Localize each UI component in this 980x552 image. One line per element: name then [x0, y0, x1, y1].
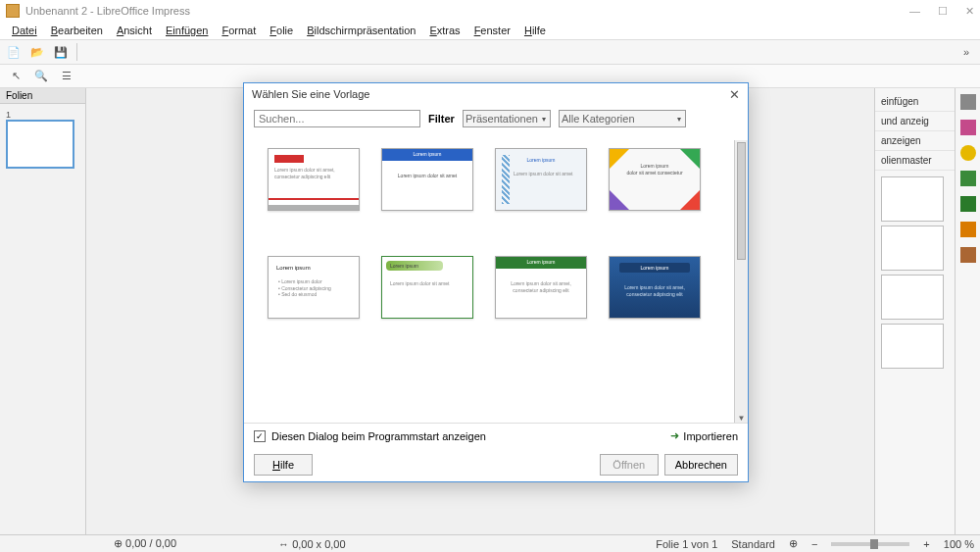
- menu-bar: Datei Bearbeiten Ansicht Einfügen Format…: [0, 22, 980, 39]
- show-on-start-checkbox[interactable]: ✓: [254, 430, 266, 442]
- transition-icon[interactable]: [960, 247, 976, 263]
- menu-einfuegen[interactable]: Einfügen: [160, 24, 214, 37]
- slide-thumbnail[interactable]: 1: [6, 110, 79, 169]
- template-thumbnail[interactable]: Lorem ipsum Lorem ipsum dolor sit amet: [381, 256, 473, 319]
- gallery-icon[interactable]: [960, 120, 976, 135]
- open-button[interactable]: Öffnen: [600, 454, 659, 476]
- new-doc-icon[interactable]: 📄: [4, 42, 24, 62]
- dialog-title: Wählen Sie eine Vorlage: [252, 88, 369, 100]
- menu-bearbeiten[interactable]: Bearbeiten: [45, 24, 109, 37]
- title-bar: Unbenannt 2 - LibreOffice Impress — ☐ ✕: [0, 0, 980, 22]
- dialog-options-row: ✓ Diesen Dialog beim Programmstart anzei…: [244, 423, 748, 448]
- layout-option[interactable]: [881, 324, 944, 369]
- cancel-button[interactable]: Abbrechen: [664, 454, 738, 476]
- layout-option[interactable]: [881, 176, 944, 222]
- status-slide: Folie 1 von 1: [656, 538, 717, 550]
- template-thumbnail[interactable]: Lorem ipsum Lorem ipsum dolor sit amet, …: [495, 256, 587, 319]
- window-title: Unbenannt 2 - LibreOffice Impress: [25, 5, 190, 17]
- status-standard: Standard: [731, 538, 775, 550]
- template-grid: Lorem ipsum dolor sit amet, consectetur …: [244, 132, 748, 423]
- pointer-icon[interactable]: ↖: [6, 67, 25, 86]
- task-item[interactable]: und anzeig: [875, 112, 955, 131]
- help-button[interactable]: Hilfe: [254, 454, 313, 476]
- dialog-titlebar: Wählen Sie eine Vorlage ✕: [244, 83, 748, 105]
- filter-label: Filter: [428, 113, 455, 125]
- scroll-thumb[interactable]: [737, 142, 746, 260]
- status-size: ↔ 0,00 x 0,00: [278, 538, 346, 550]
- zoom-slider[interactable]: [831, 542, 909, 546]
- import-label: Importieren: [683, 430, 738, 442]
- open-icon[interactable]: 📂: [27, 42, 47, 62]
- menu-datei[interactable]: Datei: [6, 24, 43, 37]
- template-thumbnail[interactable]: Lorem ipsum • Lorem ipsum dolor• Consect…: [268, 256, 360, 319]
- menu-extras[interactable]: Extras: [423, 24, 466, 37]
- text-icon[interactable]: [960, 196, 976, 212]
- sidebar: [955, 88, 980, 534]
- status-position: ⊕ 0,00 / 0,00: [114, 537, 176, 550]
- zoom-value: 100 %: [944, 538, 974, 550]
- zoom-icon[interactable]: 🔍: [31, 67, 51, 86]
- menu-ansicht[interactable]: Ansicht: [111, 24, 158, 37]
- menu-hilfe[interactable]: Hilfe: [518, 24, 552, 37]
- scroll-down-icon[interactable]: ▼: [735, 414, 748, 423]
- import-link[interactable]: ➜ Importieren: [670, 429, 738, 442]
- template-dialog: Wählen Sie eine Vorlage ✕ Filter Präsent…: [243, 82, 749, 482]
- dialog-button-row: Hilfe Öffnen Abbrechen: [244, 448, 748, 481]
- task-pane: einfügen und anzeig anzeigen olienmaster: [874, 88, 955, 534]
- close-button[interactable]: ✕: [965, 5, 974, 18]
- window-controls: — ☐ ✕: [909, 5, 974, 18]
- slides-panel-header: Folien: [0, 88, 85, 104]
- chevron-down-icon: ▾: [540, 115, 548, 124]
- category-dropdown[interactable]: Alle Kategorien▾: [559, 110, 686, 127]
- pan-icon[interactable]: ☰: [57, 67, 76, 86]
- zoom-in-icon[interactable]: +: [923, 538, 929, 550]
- toolbar-overflow-icon[interactable]: »: [956, 42, 976, 62]
- template-thumbnail[interactable]: Lorem ipsum Lorem ipsum dolor sit amet: [381, 148, 473, 211]
- chevron-down-icon: ▾: [675, 115, 683, 124]
- layout-option[interactable]: [881, 275, 944, 320]
- menu-bildschirm[interactable]: Bildschirmpräsentation: [301, 24, 421, 37]
- toolbar-separator: [76, 43, 77, 61]
- dialog-close-icon[interactable]: ✕: [729, 87, 740, 102]
- task-item[interactable]: olienmaster: [875, 151, 955, 171]
- save-icon[interactable]: 💾: [51, 42, 71, 62]
- template-thumbnail[interactable]: Lorem ipsum dolor sit amet, consectetur …: [268, 148, 360, 211]
- task-item[interactable]: anzeigen: [875, 131, 955, 151]
- slides-panel: Folien 1: [0, 88, 86, 534]
- category-value: Alle Kategorien: [562, 113, 635, 125]
- app-icon: [6, 4, 20, 18]
- minimize-button[interactable]: —: [909, 5, 920, 18]
- dialog-filter-bar: Filter Präsentationen▾ Alle Kategorien▾: [244, 105, 748, 132]
- layout-thumbnails: [875, 171, 955, 375]
- filter-dropdown[interactable]: Präsentationen▾: [463, 110, 551, 127]
- menu-format[interactable]: Format: [216, 24, 262, 37]
- search-input[interactable]: [254, 110, 420, 127]
- filter-value: Präsentationen: [466, 113, 538, 125]
- shapes-icon[interactable]: [960, 171, 976, 186]
- template-thumbnail[interactable]: Lorem ipsum Lorem ipsum dolor sit amet: [495, 148, 587, 211]
- template-thumbnail[interactable]: Lorem ipsum Lorem ipsum dolor sit amet, …: [609, 256, 701, 319]
- status-bar: ⊕ 0,00 / 0,00 ↔ 0,00 x 0,00 Folie 1 von …: [0, 534, 980, 552]
- slide-number: 1: [6, 110, 79, 120]
- zoom-fit-icon[interactable]: ⊕: [789, 537, 798, 550]
- menu-folie[interactable]: Folie: [264, 24, 299, 37]
- properties-icon[interactable]: [960, 94, 976, 110]
- animation-icon[interactable]: [960, 222, 976, 237]
- template-thumbnail[interactable]: Lorem ipsumdolor sit amet consectetur: [609, 148, 701, 211]
- navigator-icon[interactable]: [960, 145, 976, 161]
- layout-option[interactable]: [881, 226, 944, 271]
- menu-fenster[interactable]: Fenster: [468, 24, 516, 37]
- show-on-start-label: Diesen Dialog beim Programmstart anzeige…: [271, 430, 486, 442]
- slide-preview: [6, 120, 74, 169]
- maximize-button[interactable]: ☐: [938, 5, 948, 18]
- import-icon: ➜: [670, 429, 679, 442]
- task-item[interactable]: einfügen: [875, 92, 955, 112]
- dialog-scrollbar[interactable]: ▲ ▼: [734, 140, 748, 423]
- zoom-out-icon[interactable]: −: [811, 538, 817, 550]
- main-toolbar: 📄 📂 💾 »: [0, 39, 980, 65]
